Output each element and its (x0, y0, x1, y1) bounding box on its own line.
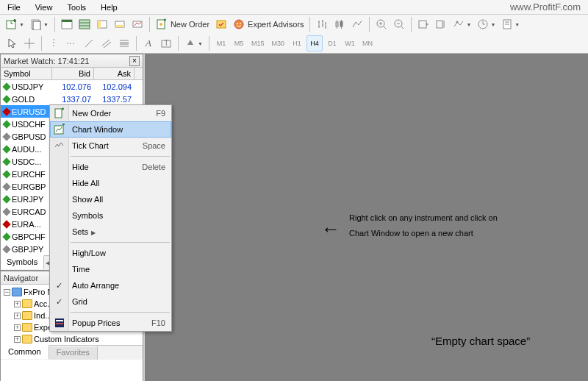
ctx-hide[interactable]: Hide Delete (50, 159, 171, 175)
new-chart-button[interactable]: ▼ (4, 16, 26, 32)
svg-text:T: T (164, 38, 169, 47)
text-label-button[interactable]: T (158, 35, 174, 51)
ctx-hide-all[interactable]: Hide All (50, 175, 171, 191)
channel-button[interactable] (98, 35, 115, 51)
ctx-auto-arrange[interactable]: Auto Arrange (50, 277, 171, 293)
svg-line-24 (384, 26, 386, 29)
navigator-icon (96, 18, 108, 30)
symbol-name: EURJPY (12, 195, 43, 204)
menu-file[interactable]: File (0, 1, 28, 14)
text-button[interactable]: A (140, 35, 157, 51)
close-button[interactable]: × (129, 56, 140, 66)
horizontal-line-button[interactable] (63, 35, 79, 51)
market-watch-row[interactable]: GOLD1337.071337.57 (1, 93, 143, 105)
tf-m15[interactable]: M15 (248, 35, 268, 51)
col-symbol[interactable]: Symbol (1, 68, 52, 79)
direction-icon (2, 195, 10, 203)
separator (149, 17, 150, 32)
data-window-button[interactable] (76, 16, 93, 32)
chart-shift-icon (435, 18, 447, 30)
ctx-symbols[interactable]: Symbols (50, 207, 171, 224)
tab-symbols[interactable]: Symbols (1, 255, 44, 269)
zoom-in-button[interactable] (373, 16, 390, 32)
separator (136, 36, 137, 51)
symbol-name: GOLD (12, 95, 35, 104)
menu-help[interactable]: Help (93, 1, 125, 14)
expand-icon[interactable]: + (14, 336, 21, 343)
templates-button[interactable]: ▼ (499, 16, 522, 32)
tf-w1[interactable]: W1 (342, 35, 358, 51)
tf-m30[interactable]: M30 (268, 35, 287, 51)
direction-icon (2, 245, 10, 253)
auto-scroll-button[interactable] (415, 16, 431, 32)
strategy-tester-button[interactable] (129, 16, 146, 32)
tf-h4[interactable]: H4 (306, 35, 323, 51)
annotation-empty-space: “Empty chart space” (431, 335, 530, 347)
ctx-tick-chart[interactable]: Tick Chart Space (50, 138, 171, 154)
separator (369, 17, 370, 32)
zoom-in-icon (376, 18, 387, 30)
tab-favorites[interactable]: Favorites (49, 346, 98, 360)
market-watch-button[interactable] (59, 16, 75, 32)
tf-m5[interactable]: M5 (231, 35, 247, 51)
expand-icon[interactable]: + (14, 301, 21, 307)
svg-rect-30 (419, 21, 426, 28)
ask-value: 102.094 (94, 82, 135, 92)
ctx-chart-window[interactable]: Chart Window (50, 121, 171, 138)
metaquotes-button[interactable] (213, 16, 229, 32)
candlestick-button[interactable] (331, 16, 348, 32)
menu-view[interactable]: View (28, 1, 60, 14)
tf-h1[interactable]: H1 (289, 35, 305, 51)
new-order-button[interactable]: New Order (154, 16, 212, 32)
svg-point-18 (240, 23, 241, 24)
ctx-label: Chart Window (72, 125, 165, 134)
zoom-out-button[interactable] (391, 16, 407, 32)
ctx-show-all[interactable]: Show All (50, 191, 171, 207)
tf-mn[interactable]: MN (359, 35, 376, 51)
bar-chart-button[interactable] (314, 16, 330, 32)
svg-point-16 (234, 20, 243, 29)
cursor-button[interactable] (4, 35, 20, 51)
ctx-new-order[interactable]: New Order F9 (50, 105, 171, 121)
trendline-button[interactable] (81, 35, 97, 51)
expand-icon[interactable]: + (14, 313, 21, 319)
profiles-button[interactable]: ▼ (28, 16, 51, 32)
market-watch-title: Market Watch: 17:41:21 (4, 57, 129, 65)
ctx-sets[interactable]: Sets (50, 224, 171, 240)
line-chart-button[interactable] (349, 16, 365, 32)
ctx-time[interactable]: Time (50, 261, 171, 277)
col-bid[interactable]: Bid (52, 68, 94, 79)
periodicity-button[interactable]: ▼ (475, 16, 498, 32)
expand-icon[interactable]: + (14, 324, 21, 331)
ctx-grid[interactable]: Grid (50, 293, 171, 310)
chart-area[interactable]: ← Right click on any instrument and clic… (145, 54, 588, 381)
ctx-shortcut: F10 (151, 318, 165, 327)
fibonacci-button[interactable] (116, 35, 132, 51)
col-ask[interactable]: Ask (94, 68, 135, 79)
collapse-icon[interactable]: − (4, 289, 10, 296)
text-icon: A (143, 38, 154, 49)
indicators-button[interactable]: ▼ (451, 16, 473, 32)
tree-label: Custom Indicators (34, 335, 99, 343)
root-folder-icon (12, 288, 22, 296)
ctx-popup-prices[interactable]: Popup Prices F10 (50, 315, 171, 331)
symbol-name: GBPJPY (12, 245, 43, 254)
vertical-line-button[interactable] (46, 35, 62, 51)
chart-shift-button[interactable] (433, 16, 449, 32)
market-watch-row[interactable]: USDJPY102.076102.094 (1, 80, 143, 93)
tf-d1[interactable]: D1 (324, 35, 340, 51)
arrows-button[interactable]: ▼ (182, 35, 205, 51)
tf-m1[interactable]: M1 (213, 35, 229, 51)
separator (54, 17, 55, 32)
ctx-high-low[interactable]: High/Low (50, 245, 171, 261)
menu-tools[interactable]: Tools (60, 1, 93, 14)
tree-item-custom-indicators[interactable]: +Custom Indicators (2, 333, 141, 345)
direction-icon (2, 107, 10, 115)
terminal-button[interactable] (112, 16, 128, 32)
navigator-button[interactable] (94, 16, 110, 32)
tab-common[interactable]: Common (1, 345, 49, 359)
arrow-up-icon (184, 38, 196, 49)
svg-rect-5 (79, 20, 90, 29)
crosshair-button[interactable] (21, 35, 37, 51)
expert-advisors-button[interactable]: Expert Advisors (231, 16, 306, 32)
